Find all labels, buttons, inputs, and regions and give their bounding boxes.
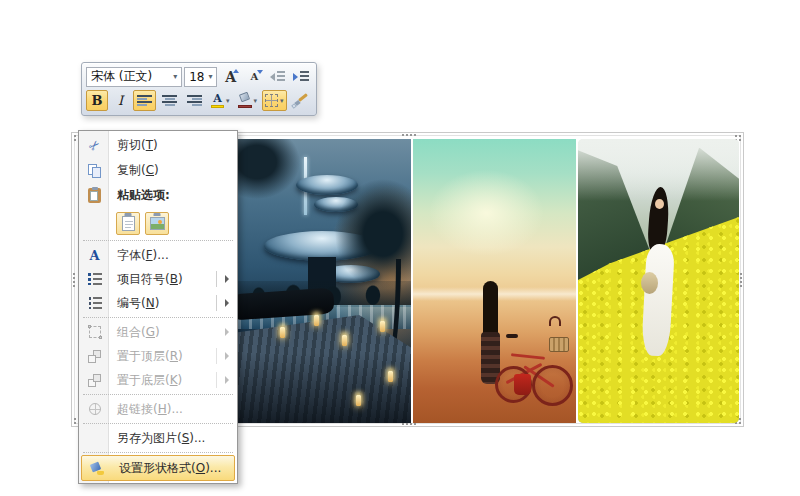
submenu-arrow-icon — [225, 275, 229, 283]
scissors-icon: ✂ — [80, 138, 109, 153]
demote-list-icon — [293, 71, 309, 82]
menu-separator — [83, 317, 233, 318]
resize-handle-top-left[interactable] — [74, 135, 76, 137]
menu-item-hyperlink[interactable]: 超链接(H)... — [80, 397, 236, 421]
submenu-arrow-icon — [225, 352, 229, 360]
resize-handle-bottom-left[interactable] — [74, 418, 76, 420]
menu-item-font[interactable]: A 字体(F)... — [80, 243, 236, 267]
align-right-icon — [187, 95, 202, 106]
menu-item-cut[interactable]: ✂ 剪切(T) — [80, 133, 236, 158]
bicycle-frame — [511, 353, 545, 360]
resize-handle-bottom[interactable] — [402, 423, 416, 425]
menu-item-bring-to-front[interactable]: 置于顶层(R) — [80, 344, 236, 368]
split-divider — [216, 271, 217, 287]
bicycle-wheel — [532, 365, 573, 406]
chevron-down-icon[interactable]: ▾ — [226, 97, 230, 105]
bring-to-front-icon — [80, 350, 109, 363]
align-center-button[interactable] — [158, 90, 181, 111]
promote-list-icon — [270, 71, 286, 82]
woman-face — [655, 199, 664, 209]
promote-list-level-button[interactable] — [267, 66, 289, 87]
chevron-down-icon[interactable]: ▾ — [204, 72, 216, 81]
hyperlink-icon — [80, 403, 109, 415]
menu-separator — [83, 394, 233, 395]
menu-item-send-to-back[interactable]: 置于底层(K) — [80, 368, 236, 392]
align-right-button[interactable] — [183, 90, 206, 111]
paste-as-picture-icon — [150, 217, 165, 230]
align-left-button[interactable] — [133, 90, 156, 111]
photo-beach-bicycle[interactable] — [413, 139, 576, 423]
chevron-down-icon[interactable]: ▾ — [280, 97, 284, 105]
menu-item-copy[interactable]: 复制(C) — [80, 158, 236, 183]
align-center-icon — [162, 95, 177, 106]
paste-keep-source-button[interactable] — [116, 212, 140, 235]
candle — [342, 335, 347, 346]
candle — [280, 327, 285, 338]
grow-font-button[interactable]: A — [219, 66, 241, 87]
demote-list-level-button[interactable] — [290, 66, 312, 87]
submenu-arrow-icon — [225, 299, 229, 307]
copy-icon — [80, 164, 109, 178]
font-name-combo[interactable]: 宋体 (正文) ▾ — [86, 67, 182, 87]
girl-silhouette — [483, 281, 498, 336]
menu-separator — [83, 240, 233, 241]
grow-font-icon — [233, 69, 239, 73]
menu-item-format-shape[interactable]: 设置形状格式(O)... — [81, 455, 235, 481]
split-divider — [216, 348, 217, 364]
shape-fill-icon — [238, 93, 252, 108]
menu-item-paste-options: 粘贴选项: — [80, 183, 236, 208]
bicycle-handlebar — [549, 316, 561, 326]
red-bag — [514, 374, 531, 395]
context-menu: ✂ 剪切(T) 复制(C) 粘贴选项: A 字体(F)... 项目符号(B) 编… — [78, 130, 238, 484]
shape-fill-button[interactable]: ▾ — [235, 90, 261, 111]
paste-keep-source-icon — [122, 216, 135, 231]
candle — [388, 371, 393, 382]
candle — [380, 321, 385, 332]
format-painter-icon — [292, 93, 308, 109]
photo-ocean-resort[interactable] — [238, 139, 411, 423]
format-painter-button[interactable] — [289, 90, 311, 111]
submenu-arrow-icon — [225, 328, 229, 336]
candle — [356, 395, 361, 406]
mini-toolbar: 宋体 (正文) ▾ 18 ▾ A A B — [81, 62, 317, 116]
paste-options-row — [80, 208, 236, 238]
borders-button[interactable]: ▾ — [262, 90, 287, 111]
submenu-arrow-icon — [225, 376, 229, 384]
font-size-combo[interactable]: 18 ▾ — [184, 67, 217, 87]
paste-as-picture-button[interactable] — [145, 212, 169, 235]
numbering-icon — [80, 297, 109, 309]
bullets-icon — [80, 273, 109, 285]
group-icon — [80, 326, 109, 338]
send-to-back-icon — [80, 374, 109, 387]
menu-item-bullets[interactable]: 项目符号(B) — [80, 267, 236, 291]
candle — [314, 315, 319, 326]
resize-handle-top-right[interactable] — [735, 135, 737, 137]
bold-button[interactable]: B — [86, 90, 108, 111]
menu-item-numbering[interactable]: 编号(N) — [80, 291, 236, 315]
format-shape-icon — [82, 462, 111, 475]
mini-toolbar-row-format: B I A ▾ ▾ ▾ — [86, 90, 312, 111]
align-left-icon — [137, 95, 152, 106]
palm-silhouette — [238, 139, 300, 199]
font-color-button[interactable]: A ▾ — [208, 90, 233, 111]
boardwalk-shadow — [238, 353, 411, 423]
chevron-down-icon[interactable]: ▾ — [254, 97, 258, 105]
font-color-icon: A — [211, 93, 224, 108]
bicycle-seat — [506, 334, 518, 338]
menu-item-group[interactable]: 组合(G) — [80, 320, 236, 344]
italic-button[interactable]: I — [110, 90, 131, 111]
split-divider — [216, 372, 217, 388]
borders-icon — [265, 94, 278, 107]
shrink-font-icon — [257, 70, 263, 74]
mini-toolbar-row-font: 宋体 (正文) ▾ 18 ▾ A A — [86, 66, 312, 87]
app-canvas: ✂ 剪切(T) 复制(C) 粘贴选项: A 字体(F)... 项目符号(B) 编… — [0, 0, 800, 496]
menu-item-save-as-picture[interactable]: 另存为图片(S)... — [80, 426, 236, 450]
shrink-font-button[interactable]: A — [244, 66, 265, 87]
resize-handle-left[interactable] — [73, 273, 75, 287]
resize-handle-right[interactable] — [740, 273, 742, 287]
photo-flower-field[interactable] — [578, 139, 739, 423]
font-a-icon: A — [80, 248, 109, 263]
chevron-down-icon[interactable]: ▾ — [169, 72, 181, 81]
resize-handle-top[interactable] — [402, 134, 416, 136]
menu-separator — [83, 423, 233, 424]
